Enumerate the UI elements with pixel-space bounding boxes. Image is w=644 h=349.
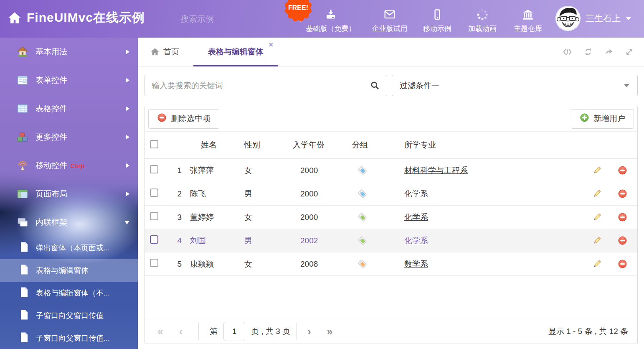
sidebar-subitem-popup-window[interactable]: 弹出窗体（本页面或... — [0, 237, 138, 259]
house-icon — [17, 46, 28, 58]
sidebar-item-form-controls[interactable]: 表单控件 — [0, 66, 138, 94]
tab-bar-actions — [562, 47, 644, 56]
edit-button[interactable] — [586, 259, 607, 269]
sidebar-item-label: 页面布局 — [35, 189, 67, 199]
table-row[interactable]: 1 张萍萍 女 2000 材料科学与工程系 — [145, 159, 637, 182]
home-icon[interactable] — [8, 11, 22, 27]
cell-year: 2000 — [289, 213, 352, 222]
sidebar-item-grid-controls[interactable]: 表格控件 — [0, 94, 138, 123]
tag-icon — [352, 212, 404, 223]
record-count-summary: 显示 1 - 5 条 , 共 12 条 — [548, 326, 637, 337]
sidebar-item-page-layout[interactable]: 页面布局 — [0, 180, 138, 208]
row-checkbox[interactable] — [150, 189, 158, 197]
major-link[interactable]: 化学系 — [404, 213, 428, 222]
sidebar-subitem-grid-edit-window-2[interactable]: 表格与编辑窗体（不... — [0, 282, 138, 304]
edit-button[interactable] — [586, 212, 607, 222]
cubes-icon — [17, 131, 28, 143]
row-checkbox[interactable] — [150, 212, 158, 220]
row-checkbox[interactable] — [150, 259, 158, 267]
column-header-year[interactable]: 入学年份 — [289, 140, 352, 150]
major-link[interactable]: 化学系 — [404, 189, 428, 198]
edit-button[interactable] — [586, 189, 607, 199]
sidebar-item-label: 内联框架 — [35, 217, 67, 228]
tag-icon — [352, 189, 404, 199]
major-link[interactable]: 化学系 — [404, 236, 428, 245]
delete-row-button[interactable] — [607, 166, 637, 175]
chevron-down-icon — [626, 16, 631, 20]
expand-icon[interactable] — [625, 47, 634, 56]
keyword-search-input[interactable] — [145, 81, 370, 91]
delete-selected-button[interactable]: 删除选中项 — [148, 109, 219, 129]
next-page-button[interactable]: › — [307, 326, 311, 337]
cell-gender: 男 — [244, 189, 289, 199]
select-all-checkbox[interactable] — [150, 140, 158, 148]
last-page-button[interactable]: » — [327, 326, 333, 337]
delete-selected-label: 删除选中项 — [171, 113, 210, 124]
tab-home[interactable]: 首页 — [150, 46, 179, 57]
code-icon[interactable] — [562, 47, 573, 56]
table-row[interactable]: 5 康颖颖 女 2008 数学系 — [145, 252, 637, 276]
cell-gender: 女 — [244, 259, 289, 270]
header-search-input[interactable] — [180, 14, 292, 24]
tag-icon — [352, 165, 404, 176]
table-row[interactable]: 2 陈飞 男 2000 化学系 — [145, 182, 637, 206]
column-header-major[interactable]: 所学专业 — [404, 140, 586, 150]
frames-icon — [17, 217, 28, 228]
major-link[interactable]: 材料科学与工程系 — [404, 166, 468, 175]
pager-divider — [296, 323, 297, 340]
nav-theme-repo[interactable]: 主题仓库 — [501, 8, 555, 33]
refresh-icon[interactable] — [583, 47, 593, 56]
app-window: FineUIMvc在线示例 FREE! 基础版（免费） 企业版试用 移动示例 — [0, 0, 644, 349]
sidebar-item-basic-usage[interactable]: 基本用法 — [0, 38, 138, 66]
first-page-button[interactable]: « — [157, 326, 163, 337]
download-icon — [304, 8, 358, 22]
cell-name: 陈飞 — [182, 189, 244, 199]
table-row[interactable]: 3 董婷婷 女 2000 化学系 — [145, 206, 637, 229]
nav-basic-free[interactable]: 基础版（免费） — [304, 8, 358, 33]
tab-bar: 首页 表格与编辑窗体 × — [138, 38, 644, 66]
table-row-selected[interactable]: 4 刘国 男 2002 化学系 — [145, 229, 637, 252]
add-user-button[interactable]: 新增用户 — [571, 109, 634, 129]
delete-row-button[interactable] — [607, 236, 637, 245]
cell-name: 刘国 — [182, 235, 244, 246]
edit-button[interactable] — [586, 166, 607, 175]
share-icon[interactable] — [604, 47, 614, 56]
sidebar-subitem-child-to-parent-2[interactable]: 子窗口向父窗口传值... — [0, 327, 138, 349]
edit-button[interactable] — [586, 236, 607, 245]
nav-enterprise-trial[interactable]: 企业版试用 — [363, 8, 417, 33]
sidebar-item-mobile-controls[interactable]: 移动控件 Corp. — [0, 151, 138, 180]
cell-gender: 女 — [244, 165, 289, 176]
plus-circle-icon — [580, 113, 589, 125]
sidebar-subitem-grid-edit-window[interactable]: 表格与编辑窗体 — [0, 259, 138, 282]
chevron-right-icon — [126, 49, 129, 54]
filters-row: 过滤条件一 — [145, 75, 638, 96]
user-menu[interactable]: 三生石上 — [555, 6, 631, 31]
row-checkbox[interactable] — [150, 235, 158, 244]
search-icon[interactable] — [370, 80, 380, 91]
filter-dropdown[interactable]: 过滤条件一 — [392, 75, 638, 96]
delete-row-button[interactable] — [607, 189, 637, 199]
chevron-right-icon — [126, 163, 129, 168]
page-icon — [19, 264, 29, 277]
sidebar-subitem-child-to-parent[interactable]: 子窗口向父窗口传值 — [0, 304, 138, 327]
prev-page-button[interactable]: ‹ — [179, 326, 183, 337]
page-icon — [19, 242, 29, 255]
delete-row-button[interactable] — [607, 212, 637, 222]
column-header-gender[interactable]: 性别 — [244, 140, 289, 150]
column-header-name[interactable]: 姓名 — [182, 140, 244, 150]
form-icon — [17, 74, 28, 86]
nav-label: 企业版试用 — [363, 24, 417, 33]
minus-circle-icon — [157, 113, 167, 125]
row-checkbox[interactable] — [150, 165, 158, 173]
envelope-icon — [363, 8, 417, 22]
cell-year: 2000 — [289, 189, 352, 199]
major-link[interactable]: 数学系 — [404, 260, 428, 268]
sidebar-item-iframe[interactable]: 内联框架 — [0, 208, 138, 237]
column-header-group[interactable]: 分组 — [352, 140, 404, 150]
table-header-row: 姓名 性别 入学年份 分组 所学专业 — [145, 132, 637, 159]
delete-row-button[interactable] — [607, 259, 637, 269]
tab-grid-edit-window[interactable]: 表格与编辑窗体 × — [193, 38, 278, 66]
page-number-input[interactable] — [223, 322, 245, 341]
sidebar-item-more-controls[interactable]: 更多控件 — [0, 123, 138, 151]
close-icon[interactable]: × — [269, 41, 273, 48]
